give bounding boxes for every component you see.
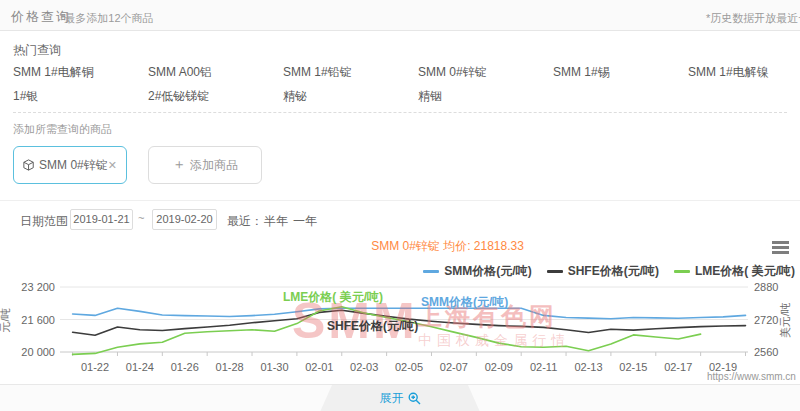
start-date-input[interactable]: 2019-01-21 xyxy=(70,209,133,230)
series-label-lme: LME价格( 美元/吨) xyxy=(283,289,383,306)
recent-label: 最近： xyxy=(227,213,263,230)
hot-queries-label: 热门查询 xyxy=(13,42,61,59)
price-query-page: 价格查询 *最多添加12个商品 *历史数据开放最近一年 热门查询 SMM 1#电… xyxy=(0,0,800,411)
hot-item-indium[interactable]: 精铟 xyxy=(418,84,553,108)
x-tick-label: 01-30 xyxy=(260,361,288,373)
left-axis-tick-label: 20 000 xyxy=(21,346,55,358)
x-tick-label: 02-15 xyxy=(619,361,647,373)
max-items-note: *最多添加12个商品 xyxy=(60,11,154,26)
dashed-separator xyxy=(13,112,787,113)
section-separator xyxy=(0,200,800,201)
hot-item-silver[interactable]: 1#银 xyxy=(13,84,148,108)
x-tick-label: 02-05 xyxy=(395,361,423,373)
x-tick-label: 02-11 xyxy=(530,361,557,373)
add-product-button[interactable]: ＋ 添加商品 xyxy=(148,146,262,184)
history-data-note: *历史数据开放最近一年 xyxy=(706,11,800,26)
series-label-smm: SMM价格(元/吨) xyxy=(421,294,508,311)
hot-queries-grid: SMM 1#电解铜 SMM A00铝 SMM 1#铅锭 SMM 0#锌锭 SMM… xyxy=(13,60,793,108)
plus-icon: ＋ xyxy=(172,156,186,174)
x-tick-label: 02-07 xyxy=(440,361,468,373)
x-tick-label: 01-24 xyxy=(126,361,154,373)
date-separator: ~ xyxy=(138,212,144,224)
series-label-shfe: SHFE价格(元/吨) xyxy=(327,318,418,335)
hot-item-zinc[interactable]: SMM 0#锌锭 xyxy=(418,60,553,84)
page-header: 价格查询 *最多添加12个商品 *历史数据开放最近一年 xyxy=(0,0,800,31)
selected-product-tag[interactable]: SMM 0#锌锭 ✕ xyxy=(13,146,127,184)
x-tick-label: 01-22 xyxy=(81,361,109,373)
add-section-label: 添加所需查询的商品 xyxy=(13,122,112,137)
expand-label: 展开 xyxy=(380,390,404,407)
x-tick-label: 02-03 xyxy=(350,361,378,373)
x-tick-label: 01-28 xyxy=(216,361,244,373)
product-cube-icon xyxy=(23,158,34,172)
x-tick-label: 02-09 xyxy=(485,361,513,373)
right-axis-title: 美元/吨 xyxy=(779,302,791,338)
close-icon[interactable]: ✕ xyxy=(108,159,117,172)
expand-button[interactable]: 展开 xyxy=(320,385,480,411)
option-half-year[interactable]: 半年 xyxy=(264,213,288,230)
x-tick-label: 02-13 xyxy=(574,361,602,373)
selected-product-label: SMM 0#锌锭 xyxy=(39,157,108,174)
hot-item-bismuth[interactable]: 精铋 xyxy=(283,84,418,108)
left-axis-tick-label: 21 600 xyxy=(21,314,55,326)
left-axis-tick-label: 23 200 xyxy=(21,281,55,293)
x-tick-label: 01-26 xyxy=(171,361,199,373)
right-axis-tick-label: 2880 xyxy=(754,281,778,293)
option-one-year[interactable]: 一年 xyxy=(293,213,317,230)
hot-item-copper[interactable]: SMM 1#电解铜 xyxy=(13,60,148,84)
hot-item-lead[interactable]: SMM 1#铅锭 xyxy=(283,60,418,84)
smm-site-link[interactable]: https://www.smm.cn xyxy=(707,371,796,382)
zoom-in-icon xyxy=(408,392,421,405)
hot-item-tin[interactable]: SMM 1#锡 xyxy=(553,60,688,84)
end-date-input[interactable]: 2019-02-20 xyxy=(152,209,217,230)
hot-item-nickel[interactable]: SMM 1#电解镍 xyxy=(688,60,800,84)
x-tick-label: 02-01 xyxy=(305,361,333,373)
x-tick-label: 02-17 xyxy=(664,361,692,373)
right-axis-tick-label: 2560 xyxy=(754,346,778,358)
left-axis-title: 元/吨 xyxy=(0,307,11,332)
footer-bar: 展开 xyxy=(0,384,800,411)
add-product-label: 添加商品 xyxy=(190,157,238,174)
hot-item-antimony[interactable]: 2#低铋锑锭 xyxy=(148,84,283,108)
right-axis-tick-label: 2720 xyxy=(754,314,778,326)
hot-item-aluminum[interactable]: SMM A00铝 xyxy=(148,60,283,84)
